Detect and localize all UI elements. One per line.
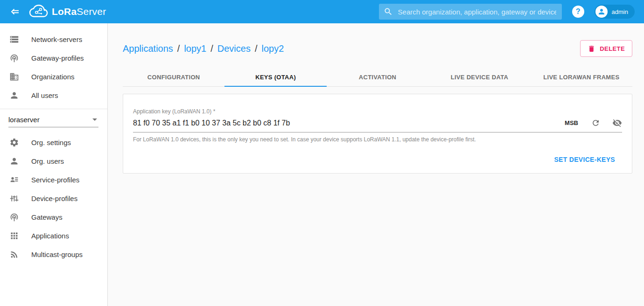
sidebar: Network-servers Gateway-profiles Organiz… (0, 23, 108, 306)
person-icon (597, 7, 606, 16)
breadcrumb-applications[interactable]: Applications (123, 43, 173, 54)
collapse-arrow-icon (9, 6, 21, 17)
delete-button-label: DELETE (600, 45, 625, 52)
organization-select-value: loraserver (8, 116, 40, 124)
search-icon (384, 7, 393, 16)
sidebar-divider (0, 109, 107, 109)
organization-select[interactable]: loraserver (8, 116, 98, 127)
sidebar-item-device-profiles[interactable]: Device-profiles (0, 189, 107, 208)
sidebar-item-org-settings[interactable]: Org. settings (0, 133, 107, 152)
brand-logo[interactable]: LoRaServer (29, 4, 106, 20)
chevron-down-icon (92, 118, 97, 121)
tab-live-device-data[interactable]: LIVE DEVICE DATA (428, 68, 530, 86)
application-key-input[interactable] (133, 119, 559, 127)
sidebar-item-all-users[interactable]: All users (0, 86, 107, 104)
search-input[interactable] (397, 7, 557, 16)
tab-activation[interactable]: ACTIVATION (327, 68, 428, 86)
regenerate-key-button[interactable] (591, 118, 600, 127)
delete-button[interactable]: DELETE (580, 40, 632, 57)
sidebar-item-multicast-groups[interactable]: Multicast-groups (0, 245, 107, 264)
sidebar-item-label: Network-servers (31, 35, 82, 43)
sidebar-item-label: Org. settings (31, 139, 71, 146)
sidebar-item-label: Gateway-profiles (31, 54, 84, 62)
brand-title: LoRaServer (52, 6, 106, 17)
breadcrumb: Applications / lopy1 / Devices / lopy2 (123, 43, 284, 54)
sidebar-item-label: Gateways (31, 213, 63, 221)
device-keys-card: Application key (LoRaWAN 1.0) * MSB For … (123, 94, 632, 174)
person-icon (9, 90, 19, 100)
wifi-tethering-icon (9, 53, 19, 63)
toggle-key-visibility-button[interactable] (612, 118, 622, 128)
profile-list-icon (9, 174, 19, 185)
breadcrumb-separator: / (177, 43, 180, 54)
breadcrumb-separator: / (255, 43, 258, 54)
application-key-helper-text: For LoRaWAN 1.0 devices, this is the onl… (133, 136, 622, 143)
cloud-logo-icon (29, 4, 49, 20)
avatar (595, 6, 608, 18)
sidebar-item-network-servers[interactable]: Network-servers (0, 30, 107, 49)
set-device-keys-button[interactable]: SET DEVICE-KEYS (546, 152, 623, 167)
sidebar-item-gateway-profiles[interactable]: Gateway-profiles (0, 49, 107, 67)
tab-configuration[interactable]: CONFIGURATION (123, 68, 224, 86)
tab-keys-otaa[interactable]: KEYS (OTAA) (224, 68, 326, 86)
sidebar-item-label: Organizations (31, 73, 75, 81)
gear-icon (9, 137, 19, 147)
tab-bar: CONFIGURATION KEYS (OTAA) ACTIVATION LIV… (123, 68, 632, 87)
application-key-row: MSB (133, 118, 622, 132)
eye-off-icon (612, 118, 622, 128)
msb-toggle[interactable]: MSB (565, 119, 578, 126)
sidebar-item-label: Device-profiles (31, 195, 77, 202)
sidebar-item-label: Service-profiles (31, 176, 79, 184)
trash-icon (588, 45, 595, 53)
servers-icon (9, 34, 19, 44)
sidebar-item-label: Org. users (31, 157, 64, 165)
sidebar-item-label: Multicast-groups (31, 250, 83, 258)
breadcrumb-devices[interactable]: Devices (217, 43, 251, 54)
breadcrumb-lopy1[interactable]: lopy1 (184, 43, 206, 54)
wifi-tethering-icon (9, 212, 19, 222)
username-label: admin (612, 8, 628, 15)
sidebar-item-organizations[interactable]: Organizations (0, 67, 107, 86)
application-key-label: Application key (LoRaWAN 1.0) * (133, 108, 622, 115)
search-bar (379, 4, 562, 20)
main-content: Applications / lopy1 / Devices / lopy2 D… (108, 23, 644, 306)
sidebar-item-gateways[interactable]: Gateways (0, 208, 107, 226)
user-menu[interactable]: admin (595, 5, 635, 19)
tab-live-lorawan-frames[interactable]: LIVE LORAWAN FRAMES (531, 68, 632, 86)
rss-icon (9, 249, 19, 259)
person-icon (9, 156, 19, 166)
breadcrumb-lopy2[interactable]: lopy2 (261, 43, 284, 54)
help-button[interactable]: ? (572, 6, 584, 18)
sliders-icon (9, 193, 19, 203)
sidebar-item-org-users[interactable]: Org. users (0, 152, 107, 170)
refresh-icon (591, 118, 600, 127)
breadcrumb-separator: / (210, 43, 213, 54)
apps-grid-icon (9, 230, 19, 241)
sidebar-item-applications[interactable]: Applications (0, 226, 107, 245)
sidebar-collapse-button[interactable] (6, 2, 24, 21)
building-icon (9, 71, 19, 82)
question-mark-icon: ? (576, 7, 581, 16)
sidebar-item-service-profiles[interactable]: Service-profiles (0, 170, 107, 189)
sidebar-item-label: Applications (31, 232, 69, 240)
app-bar: LoRaServer ? admin (0, 0, 644, 23)
sidebar-item-label: All users (31, 91, 58, 99)
